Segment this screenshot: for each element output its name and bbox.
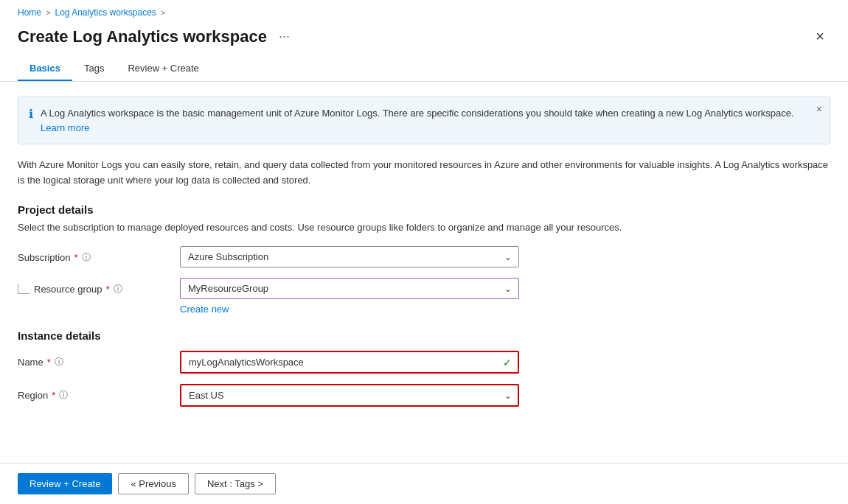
instance-section: Instance details Name * ⓘ ✓ Reg	[18, 329, 830, 407]
subscription-control: Azure Subscription ⌄	[180, 246, 519, 267]
info-banner: ℹ A Log Analytics workspace is the basic…	[18, 97, 830, 144]
breadcrumb-service[interactable]: Log Analytics workspaces	[55, 7, 156, 18]
close-button[interactable]: ×	[810, 25, 830, 48]
subscription-select-wrapper: Azure Subscription ⌄	[180, 246, 519, 267]
resource-group-select[interactable]: MyResourceGroup	[180, 278, 519, 299]
instance-details-title: Instance details	[18, 329, 830, 342]
rg-required: *	[106, 284, 110, 295]
subscription-row: Subscription * ⓘ Azure Subscription ⌄	[18, 246, 830, 267]
tab-tags[interactable]: Tags	[72, 57, 116, 81]
region-required: *	[52, 390, 55, 401]
page-header: Create Log Analytics workspace ··· ×	[0, 22, 848, 57]
name-input-wrapper: ✓	[180, 351, 519, 374]
info-icon: ℹ	[29, 107, 33, 121]
name-label: Name * ⓘ	[18, 351, 180, 368]
create-new-link[interactable]: Create new	[180, 304, 519, 315]
banner-text: A Log Analytics workspace is the basic m…	[41, 106, 819, 135]
name-input[interactable]	[180, 351, 519, 374]
project-details-title: Project details	[18, 203, 830, 216]
next-button[interactable]: Next : Tags >	[195, 473, 276, 494]
name-check-icon: ✓	[503, 357, 512, 368]
rg-info-icon[interactable]: ⓘ	[114, 283, 122, 295]
breadcrumb: Home > Log Analytics workspaces >	[0, 0, 848, 22]
banner-main-text: A Log Analytics workspace is the basic m…	[41, 108, 794, 119]
indent-line	[18, 284, 29, 294]
region-info-icon[interactable]: ⓘ	[59, 389, 68, 402]
ellipsis-button[interactable]: ···	[274, 27, 294, 46]
footer: Review + Create « Previous Next : Tags >	[0, 463, 848, 504]
region-label: Region * ⓘ	[18, 384, 180, 402]
subscription-info-icon[interactable]: ⓘ	[82, 251, 91, 264]
resource-group-label: Resource group * ⓘ	[34, 278, 122, 295]
page-wrapper: Home > Log Analytics workspaces > Create…	[0, 0, 848, 504]
subscription-label: Subscription * ⓘ	[18, 246, 180, 264]
main-content: ℹ A Log Analytics workspace is the basic…	[0, 82, 848, 441]
subscription-select[interactable]: Azure Subscription	[180, 246, 519, 267]
resource-group-indent: Resource group * ⓘ	[18, 278, 180, 295]
region-control: East US ⌄	[180, 384, 519, 407]
tabs-container: Basics Tags Review + Create	[0, 57, 848, 82]
breadcrumb-sep1: >	[46, 8, 50, 17]
review-create-button[interactable]: Review + Create	[18, 473, 112, 494]
breadcrumb-sep2: >	[161, 8, 165, 17]
name-control: ✓	[180, 351, 519, 374]
title-row: Create Log Analytics workspace ···	[18, 27, 294, 46]
breadcrumb-home[interactable]: Home	[18, 7, 41, 18]
close-banner-button[interactable]: ×	[816, 103, 822, 115]
name-info-icon[interactable]: ⓘ	[55, 356, 63, 368]
subscription-required: *	[74, 252, 78, 263]
page-title: Create Log Analytics workspace	[18, 27, 267, 46]
region-select[interactable]: East US	[180, 384, 519, 407]
resource-group-select-wrapper: MyResourceGroup ⌄	[180, 278, 519, 299]
region-row: Region * ⓘ East US ⌄	[18, 384, 830, 407]
tab-basics[interactable]: Basics	[18, 57, 72, 81]
name-required: *	[47, 357, 51, 368]
resource-group-control: MyResourceGroup ⌄ Create new	[180, 278, 519, 315]
resource-group-row: Resource group * ⓘ MyResourceGroup ⌄ Cre…	[18, 278, 830, 315]
tab-review-create[interactable]: Review + Create	[116, 57, 210, 81]
project-details-desc: Select the subscription to manage deploy…	[18, 220, 830, 235]
learn-more-link[interactable]: Learn more	[41, 122, 89, 133]
previous-button[interactable]: « Previous	[118, 473, 188, 494]
region-select-wrapper: East US ⌄	[180, 384, 519, 407]
description-text: With Azure Monitor Logs you can easily s…	[18, 158, 830, 189]
name-row: Name * ⓘ ✓	[18, 351, 830, 374]
